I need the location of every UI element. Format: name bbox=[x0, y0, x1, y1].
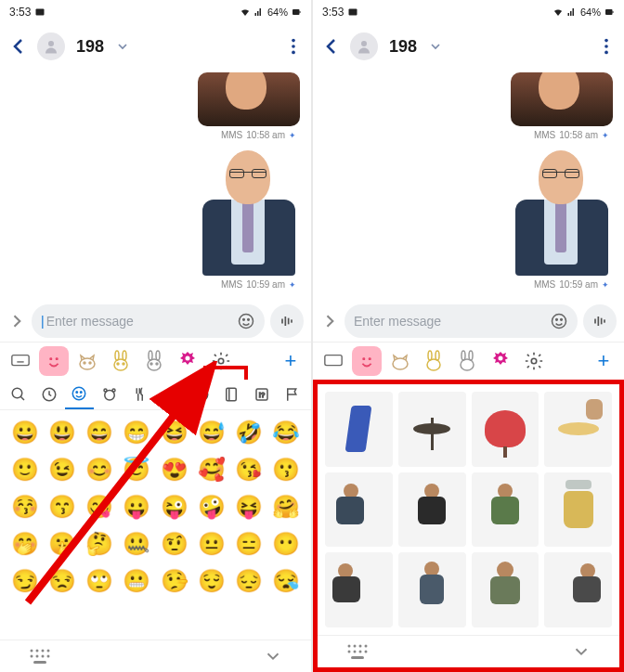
message-input[interactable]: |Enter message bbox=[32, 304, 265, 338]
emoji-cell[interactable]: 😄 bbox=[82, 416, 117, 449]
sticker-man-7[interactable] bbox=[544, 552, 612, 627]
emoji-cell[interactable]: 😃 bbox=[45, 416, 80, 449]
emoji-cell[interactable]: 😚 bbox=[7, 490, 43, 523]
more-options-icon[interactable] bbox=[596, 36, 617, 57]
emoji-cell[interactable]: 😙 bbox=[45, 490, 80, 523]
sticker-tree[interactable] bbox=[472, 392, 540, 467]
emoji-cell[interactable]: 🤗 bbox=[268, 490, 304, 523]
voice-input-button[interactable] bbox=[270, 304, 304, 338]
emoji-cell[interactable]: 😅 bbox=[194, 416, 229, 449]
tab-smiley-icon[interactable] bbox=[39, 346, 69, 376]
tab-cat-icon[interactable] bbox=[72, 346, 102, 376]
emoji-cell[interactable]: 😂 bbox=[268, 416, 304, 449]
emoji-cell[interactable]: 😏 bbox=[7, 564, 43, 598]
emoji-cell[interactable]: 😆 bbox=[157, 416, 192, 449]
chevron-down-icon[interactable] bbox=[428, 39, 443, 54]
emoji-cell[interactable]: 😛 bbox=[119, 490, 154, 523]
emoji-cell[interactable]: 😬 bbox=[119, 564, 154, 598]
contact-name[interactable]: 198 bbox=[389, 37, 417, 57]
emoji-cell[interactable]: 😀 bbox=[7, 416, 43, 449]
more-options-icon[interactable] bbox=[283, 36, 304, 57]
tab-settings-icon[interactable] bbox=[519, 346, 549, 376]
message-sticker-2[interactable] bbox=[511, 146, 613, 276]
message-sticker-1[interactable] bbox=[511, 72, 613, 126]
emoji-toggle-icon[interactable] bbox=[550, 312, 568, 330]
emoji-cell[interactable]: 😔 bbox=[231, 564, 266, 598]
contact-avatar[interactable] bbox=[350, 32, 378, 60]
emoji-objects-icon[interactable] bbox=[217, 386, 247, 403]
emoji-cell[interactable]: 😘 bbox=[231, 453, 266, 486]
emoji-cell[interactable]: 😝 bbox=[231, 490, 266, 523]
emoji-cell[interactable]: 🤐 bbox=[119, 527, 154, 561]
tab-keyboard-icon[interactable] bbox=[318, 346, 348, 376]
emoji-symbols-icon[interactable]: !? bbox=[247, 386, 277, 403]
emoji-cell[interactable]: 🤣 bbox=[231, 416, 266, 449]
emoji-cell[interactable]: 😊 bbox=[82, 453, 117, 486]
emoji-animals-icon[interactable] bbox=[95, 386, 124, 403]
tab-add-icon[interactable]: + bbox=[276, 346, 306, 376]
emoji-cell[interactable]: 😑 bbox=[231, 527, 266, 561]
sticker-towel[interactable] bbox=[325, 392, 393, 467]
expand-icon[interactable] bbox=[7, 312, 26, 330]
emoji-cell[interactable]: 🤭 bbox=[7, 527, 43, 561]
sticker-man-1[interactable] bbox=[325, 472, 393, 548]
sticker-lamp[interactable] bbox=[398, 392, 466, 467]
emoji-cell[interactable]: 😜 bbox=[157, 490, 192, 523]
emoji-cell[interactable]: 🤨 bbox=[157, 527, 192, 561]
sticker-man-3[interactable] bbox=[472, 472, 540, 548]
expand-icon[interactable] bbox=[320, 312, 339, 330]
emoji-flags-icon[interactable] bbox=[278, 386, 307, 403]
back-icon[interactable] bbox=[320, 35, 343, 58]
tab-bunny2-icon[interactable] bbox=[139, 346, 169, 376]
tab-bunny-icon[interactable] bbox=[419, 346, 448, 376]
emoji-sport-icon[interactable] bbox=[187, 386, 216, 403]
tab-add-icon[interactable]: + bbox=[589, 346, 618, 376]
collapse-keyboard-icon[interactable] bbox=[263, 646, 283, 666]
emoji-cell[interactable]: 😪 bbox=[268, 564, 304, 598]
emoji-cell[interactable]: 😐 bbox=[194, 527, 229, 561]
switch-keyboard-icon[interactable] bbox=[28, 647, 52, 666]
emoji-cell[interactable]: 🤥 bbox=[157, 564, 192, 598]
emoji-cell[interactable]: 🙄 bbox=[82, 564, 117, 598]
emoji-cell[interactable]: 🤫 bbox=[45, 527, 80, 561]
switch-keyboard-icon[interactable] bbox=[345, 642, 370, 661]
message-sticker-1[interactable] bbox=[198, 72, 300, 126]
sticker-man-6[interactable] bbox=[472, 552, 540, 627]
emoji-toggle-icon[interactable] bbox=[237, 312, 255, 330]
sticker-man-5[interactable] bbox=[398, 552, 466, 627]
emoji-cell[interactable]: 😋 bbox=[82, 490, 117, 523]
voice-input-button[interactable] bbox=[583, 304, 617, 338]
tab-bunny2-icon[interactable] bbox=[452, 346, 482, 376]
contact-name[interactable]: 198 bbox=[76, 37, 104, 57]
tab-gallery-sticker-icon[interactable] bbox=[173, 346, 202, 376]
emoji-cell[interactable]: 😍 bbox=[157, 453, 192, 486]
emoji-cell[interactable]: 😒 bbox=[45, 564, 80, 598]
emoji-cell[interactable]: 🙂 bbox=[7, 453, 43, 486]
emoji-cell[interactable]: 😇 bbox=[119, 453, 154, 486]
collapse-keyboard-icon[interactable] bbox=[571, 641, 592, 662]
message-sticker-2[interactable] bbox=[198, 146, 300, 276]
chevron-down-icon[interactable] bbox=[115, 39, 130, 54]
tab-keyboard-icon[interactable] bbox=[6, 346, 35, 376]
sticker-jar[interactable] bbox=[544, 472, 612, 548]
message-input[interactable]: Enter message bbox=[344, 304, 578, 338]
emoji-cell[interactable]: 😗 bbox=[268, 453, 304, 486]
emoji-cell[interactable]: 🥰 bbox=[194, 453, 229, 486]
emoji-cell[interactable]: 😌 bbox=[194, 564, 229, 598]
emoji-cell[interactable]: 🤪 bbox=[194, 490, 229, 523]
contact-avatar[interactable] bbox=[37, 32, 65, 60]
sticker-man-2[interactable] bbox=[398, 472, 466, 548]
emoji-recent-icon[interactable] bbox=[34, 386, 64, 403]
sticker-man-4[interactable] bbox=[325, 552, 393, 627]
sticker-plate[interactable] bbox=[544, 392, 612, 467]
back-icon[interactable] bbox=[7, 35, 30, 58]
emoji-activity-icon[interactable] bbox=[156, 386, 186, 403]
emoji-cell[interactable]: 🤔 bbox=[82, 527, 117, 561]
tab-gallery-sticker-icon[interactable] bbox=[486, 346, 515, 376]
tab-bunny-icon[interactable] bbox=[106, 346, 136, 376]
emoji-search-icon[interactable] bbox=[4, 386, 33, 403]
tab-smiley-icon[interactable] bbox=[352, 346, 382, 376]
emoji-cell[interactable]: 😁 bbox=[119, 416, 154, 449]
tab-cat-icon[interactable] bbox=[385, 346, 415, 376]
emoji-cell[interactable]: 😉 bbox=[45, 453, 80, 486]
